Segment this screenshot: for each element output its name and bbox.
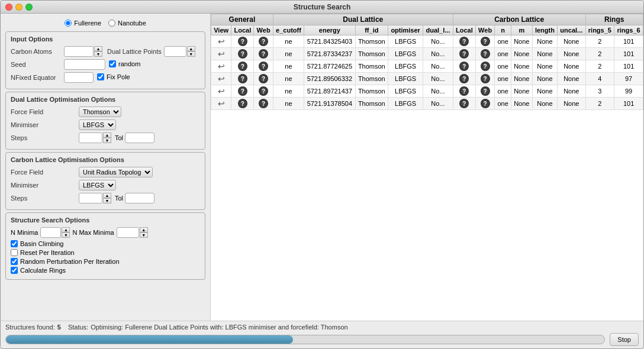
local-help-icon[interactable]: ? bbox=[238, 86, 247, 96]
row-web[interactable]: ? bbox=[254, 98, 273, 110]
carbon-steps-down[interactable]: ▼ bbox=[103, 198, 111, 203]
view-arrow-button[interactable]: ↩ bbox=[218, 99, 225, 108]
row-view-arrow[interactable]: ↩ bbox=[211, 85, 231, 98]
carbon-atoms-up[interactable]: ▲ bbox=[94, 46, 102, 51]
carbon-ff-select[interactable]: Unit Radius Topolog bbox=[79, 167, 153, 177]
web-help-icon[interactable]: ? bbox=[259, 86, 268, 96]
row-carbon-web[interactable]: ? bbox=[475, 60, 494, 73]
row-web[interactable]: ? bbox=[254, 85, 273, 98]
fullerene-radio[interactable] bbox=[65, 20, 72, 27]
nfixed-input[interactable]: 0 bbox=[64, 72, 94, 83]
table-row[interactable]: ↩??ne5721.89506332ThomsonLBFGSNo...??one… bbox=[211, 73, 643, 85]
fix-pole-option[interactable]: Fix Pole bbox=[97, 73, 130, 80]
n-minima-input[interactable]: 10 bbox=[40, 227, 61, 238]
table-row[interactable]: ↩??ne5721.84325403ThomsonLBFGSNo...??one… bbox=[211, 35, 643, 48]
maximize-button[interactable] bbox=[25, 4, 33, 11]
carbon-minimiser-select[interactable]: LBFGS bbox=[79, 180, 116, 190]
dual-steps-down[interactable]: ▼ bbox=[103, 138, 111, 143]
row-carbon-web[interactable]: ? bbox=[475, 98, 494, 110]
local-help-icon[interactable]: ? bbox=[238, 99, 247, 108]
row-local[interactable]: ? bbox=[231, 98, 254, 110]
dual-ff-select[interactable]: Thomson bbox=[79, 106, 121, 117]
view-arrow-button[interactable]: ↩ bbox=[218, 62, 225, 71]
results-table-container[interactable]: General Dual Lattice Carbon Lattice Ring… bbox=[211, 14, 643, 321]
dual-steps-up[interactable]: ▲ bbox=[103, 133, 111, 138]
row-local[interactable]: ? bbox=[231, 73, 254, 85]
row-local[interactable]: ? bbox=[231, 60, 254, 73]
row-view-arrow[interactable]: ↩ bbox=[211, 73, 231, 85]
random-perturb-checkbox[interactable] bbox=[11, 258, 18, 265]
row-local[interactable]: ? bbox=[231, 35, 254, 48]
carbon-atoms-input[interactable]: 222 bbox=[64, 46, 94, 57]
row-local[interactable]: ? bbox=[231, 48, 254, 60]
web-help-icon[interactable]: ? bbox=[259, 62, 268, 71]
seed-input[interactable]: 193753 bbox=[64, 59, 105, 70]
view-arrow-button[interactable]: ↩ bbox=[218, 74, 225, 83]
row-carbon-web[interactable]: ? bbox=[475, 73, 494, 85]
n-max-minima-input[interactable]: 100 bbox=[117, 227, 139, 238]
dual-tol-input[interactable]: 1e-10 bbox=[125, 133, 154, 143]
carbon-web-help-icon[interactable]: ? bbox=[481, 49, 490, 59]
carbon-web-help-icon[interactable]: ? bbox=[481, 62, 490, 71]
web-help-icon[interactable]: ? bbox=[259, 37, 268, 46]
row-web[interactable]: ? bbox=[254, 35, 273, 48]
row-view-arrow[interactable]: ↩ bbox=[211, 35, 231, 48]
random-perturb-option[interactable]: Random Perturbation Per Iteration bbox=[11, 258, 200, 265]
random-option[interactable]: random bbox=[109, 60, 140, 67]
nanotube-radio[interactable] bbox=[108, 20, 115, 27]
carbon-local-help-icon[interactable]: ? bbox=[459, 62, 469, 71]
local-help-icon[interactable]: ? bbox=[238, 74, 247, 83]
view-arrow-button[interactable]: ↩ bbox=[218, 86, 225, 96]
n-max-minima-down[interactable]: ▼ bbox=[140, 232, 148, 238]
view-arrow-button[interactable]: ↩ bbox=[218, 37, 225, 46]
local-help-icon[interactable]: ? bbox=[238, 37, 247, 46]
table-row[interactable]: ↩??ne5721.89721437ThomsonLBFGSNo...??one… bbox=[211, 85, 643, 98]
carbon-local-help-icon[interactable]: ? bbox=[459, 99, 469, 108]
n-minima-down[interactable]: ▼ bbox=[62, 232, 70, 238]
row-web[interactable]: ? bbox=[254, 73, 273, 85]
dual-lattice-down[interactable]: ▼ bbox=[187, 51, 195, 57]
carbon-web-help-icon[interactable]: ? bbox=[481, 37, 490, 46]
dual-steps-input[interactable]: 100 bbox=[79, 133, 102, 143]
local-help-icon[interactable]: ? bbox=[238, 62, 247, 71]
dual-minimiser-select[interactable]: LBFGS bbox=[79, 119, 116, 130]
local-help-icon[interactable]: ? bbox=[238, 49, 247, 59]
row-view-arrow[interactable]: ↩ bbox=[211, 48, 231, 60]
carbon-atoms-down[interactable]: ▼ bbox=[94, 51, 102, 57]
carbon-local-help-icon[interactable]: ? bbox=[459, 37, 469, 46]
web-help-icon[interactable]: ? bbox=[259, 49, 268, 59]
carbon-steps-input[interactable]: 100 bbox=[79, 193, 102, 203]
calc-rings-checkbox[interactable] bbox=[11, 267, 18, 274]
close-button[interactable] bbox=[5, 4, 12, 11]
n-max-minima-up[interactable]: ▲ bbox=[140, 227, 148, 232]
table-row[interactable]: ↩??ne5721.87334237ThomsonLBFGSNo...??one… bbox=[211, 48, 643, 60]
row-carbon-local[interactable]: ? bbox=[453, 98, 475, 110]
calc-rings-option[interactable]: Calculate Rings bbox=[11, 267, 200, 274]
reset-per-iter-option[interactable]: Reset Per Iteration bbox=[11, 249, 200, 256]
carbon-web-help-icon[interactable]: ? bbox=[481, 74, 490, 83]
row-carbon-local[interactable]: ? bbox=[453, 85, 475, 98]
view-arrow-button[interactable]: ↩ bbox=[218, 49, 225, 59]
row-web[interactable]: ? bbox=[254, 60, 273, 73]
nanotube-option[interactable]: Nanotube bbox=[108, 20, 146, 27]
web-help-icon[interactable]: ? bbox=[259, 99, 268, 108]
table-row[interactable]: ↩??ne5721.91378504ThomsonLBFGSNo...??one… bbox=[211, 98, 643, 110]
n-minima-up[interactable]: ▲ bbox=[62, 227, 70, 232]
row-carbon-local[interactable]: ? bbox=[453, 73, 475, 85]
carbon-web-help-icon[interactable]: ? bbox=[481, 99, 490, 108]
row-carbon-web[interactable]: ? bbox=[475, 85, 494, 98]
row-carbon-local[interactable]: ? bbox=[453, 35, 475, 48]
stop-button[interactable]: Stop bbox=[610, 333, 639, 346]
carbon-tol-input[interactable]: 1e-10 bbox=[125, 193, 154, 203]
carbon-local-help-icon[interactable]: ? bbox=[459, 74, 469, 83]
row-local[interactable]: ? bbox=[231, 85, 254, 98]
carbon-web-help-icon[interactable]: ? bbox=[481, 86, 490, 96]
dual-lattice-input[interactable]: 113 bbox=[164, 46, 186, 57]
random-checkbox[interactable] bbox=[109, 60, 116, 67]
basin-climbing-checkbox[interactable] bbox=[11, 240, 18, 247]
web-help-icon[interactable]: ? bbox=[259, 74, 268, 83]
carbon-steps-up[interactable]: ▲ bbox=[103, 193, 111, 198]
row-carbon-local[interactable]: ? bbox=[453, 60, 475, 73]
row-web[interactable]: ? bbox=[254, 48, 273, 60]
fullerene-option[interactable]: Fullerene bbox=[65, 20, 101, 27]
